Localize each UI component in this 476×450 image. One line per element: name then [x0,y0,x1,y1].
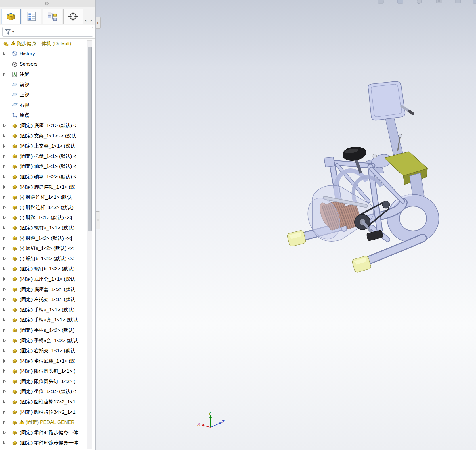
model-end-cap-front[interactable] [287,230,306,247]
tree-item[interactable]: (固定) 底座套_1<2> (默认 [0,284,95,294]
expand-arrow-icon[interactable] [3,237,12,240]
tab-featuremanager[interactable] [1,9,21,24]
tab-dimxpertmanager[interactable] [63,9,83,24]
tree-item[interactable]: (-) 脚踏_1<1> (默认) <<[ [0,212,95,223]
tree-item[interactable]: (固定) 右托架_1<1> (默认 [0,346,95,356]
tree-item[interactable]: (固定) 手柄a_1<1> (默认) [0,305,95,315]
expand-arrow-icon[interactable] [3,277,12,281]
tree-item[interactable]: (固定) 零件4^跑步健身一体 [0,428,95,438]
tree-item[interactable]: (固定) 手柄a套_1<2> (默认 [0,335,95,346]
tree-item[interactable]: (固定) 上支架_1<1> (默认 [0,141,95,151]
expand-arrow-icon[interactable] [3,369,12,373]
tree-item[interactable]: (-) 脚踏连杆_1<2> (默认) [0,202,95,213]
model-backrest[interactable] [368,81,413,155]
filter-field[interactable]: ▾ [2,27,93,37]
expand-arrow-icon[interactable] [3,431,12,434]
tab-configurationmanager[interactable] [43,9,62,24]
tree-item[interactable]: (固定) 底座套_1<1> (默认 [0,274,95,284]
tree-item[interactable]: (固定) 坐位_1<1> (默认) < [0,386,95,397]
expand-arrow-icon[interactable] [3,288,12,291]
expand-arrow-icon[interactable] [3,400,12,403]
model-generator-coils[interactable] [317,198,366,231]
tree-item[interactable]: (固定) 手柄a_1<2> (默认) [0,325,95,336]
tree-item[interactable]: (固定) 螺钉b_1<2> (默认) [0,264,95,274]
expand-arrow-icon[interactable] [3,349,12,352]
tree-item[interactable]: (固定) 零件6^跑步健身一体 [0,438,95,448]
expand-arrow-icon[interactable] [3,318,12,321]
tree-item[interactable]: (固定) 限位圆头钉_1<1> ( [0,366,95,376]
expand-arrow-icon[interactable] [3,247,12,250]
model-frame[interactable] [327,162,403,230]
tree-item[interactable]: (固定) 脚踏连轴_1<1> (默 [0,182,95,192]
expand-arrow-icon[interactable] [3,124,12,127]
model-front-skid[interactable] [297,202,403,240]
tree-item[interactable]: History [0,49,95,59]
tabs-scroll-left-button[interactable]: ◂ [83,18,88,23]
tree-item[interactable]: (固定) 限位圆头钉_1<2> ( [0,376,95,387]
expand-arrow-icon[interactable] [3,185,12,189]
tree-scrollbar-thumb[interactable] [88,47,92,231]
tree-item[interactable]: (固定) 螺钉a_1<1> (默认) [0,223,95,233]
tree-item[interactable]: 右视 [0,100,95,110]
expand-arrow-icon[interactable] [3,298,12,301]
expand-arrow-icon[interactable] [3,165,12,168]
expand-arrow-icon[interactable] [3,52,12,55]
expand-arrow-icon[interactable] [3,134,12,137]
model-rear-skid[interactable] [361,238,423,263]
tree-item[interactable]: (固定) 支架_1<1> -> (默认 [0,131,95,141]
expand-arrow-icon[interactable] [3,421,12,424]
tabs-scroll-right-button[interactable]: ▸ [89,18,94,23]
splitter-collapse-handle[interactable] [96,211,100,229]
expand-arrow-icon[interactable] [3,257,12,260]
model-saddle[interactable] [343,147,366,173]
expand-arrow-icon[interactable] [3,226,12,229]
tree-item[interactable]: 上视 [0,90,95,100]
expand-arrow-icon[interactable] [3,390,12,393]
model-rear-arch[interactable] [387,194,439,243]
tree-item[interactable]: Sensors [0,59,95,69]
tree-item[interactable]: 原点 [0,110,95,120]
tree-item[interactable]: (-) 螺钉b_1<1> (默认) << [0,253,95,264]
tree-item[interactable]: 前视 [0,79,95,90]
panel-flyout-button[interactable]: ▸ [96,17,101,29]
toolbar-icon-partial[interactable] [472,0,476,5]
tree-scrollbar[interactable] [87,40,92,449]
toolbar-icon-partial[interactable] [396,0,405,5]
model-front-bracket[interactable] [324,157,335,167]
expand-arrow-icon[interactable] [3,144,12,148]
tree-item[interactable]: (-) 螺钉a_1<2> (默认) << [0,243,95,254]
expand-arrow-icon[interactable] [3,175,12,178]
tree-item[interactable]: (固定) 手柄a套_1<1> (默认 [0,315,95,325]
tree-item[interactable]: (固定) 左托架_1<1> (默认 [0,294,95,305]
panel-grip-handle-icon[interactable] [45,2,49,5]
expand-arrow-icon[interactable] [3,441,12,444]
tree-item[interactable]: (固定) 轴承_1<2> (默认) < [0,172,95,182]
tab-propertymanager[interactable] [22,9,41,24]
toolbar-icon-partial[interactable] [377,0,385,5]
tree-item[interactable]: (固定) 托盘_1<1> (默认) < [0,151,95,162]
model-pulley-belt[interactable] [355,201,390,230]
expand-arrow-icon[interactable] [3,339,12,342]
tree-item[interactable]: (固定) 圆柱齿轮34×2_1<1 [0,407,95,417]
tree-item[interactable]: (-) 脚踏连杆_1<1> (默认 [0,192,95,202]
model-seat-console[interactable] [366,134,427,200]
expand-arrow-icon[interactable] [3,267,12,270]
toolbar-icon-partial[interactable] [454,0,463,5]
filter-button[interactable]: ▾ [4,28,14,35]
tree-item[interactable]: (-) 脚踏_1<2> (默认) <<[ [0,233,95,243]
expand-arrow-icon[interactable] [3,206,12,209]
toolbar-icon-partial[interactable] [435,0,443,5]
graphics-viewport[interactable]: Y Z X [96,0,476,450]
expand-arrow-icon[interactable] [3,155,12,158]
expand-arrow-icon[interactable] [3,411,12,414]
expand-arrow-icon[interactable] [3,359,12,363]
model-generator-housing[interactable] [302,185,374,244]
model-end-cap-rear[interactable] [352,255,372,273]
expand-arrow-icon[interactable] [3,380,12,383]
tree-item[interactable]: 跑步健身一体机 (Default) [0,39,95,49]
tree-item[interactable]: (固定) 轴承_1<1> (默认) < [0,161,95,172]
tree-item[interactable]: 注解 [0,69,95,80]
expand-arrow-icon[interactable] [3,73,12,76]
expand-arrow-icon[interactable] [3,308,12,311]
tree-item[interactable]: (固定) PEDAL GENER [0,417,95,428]
